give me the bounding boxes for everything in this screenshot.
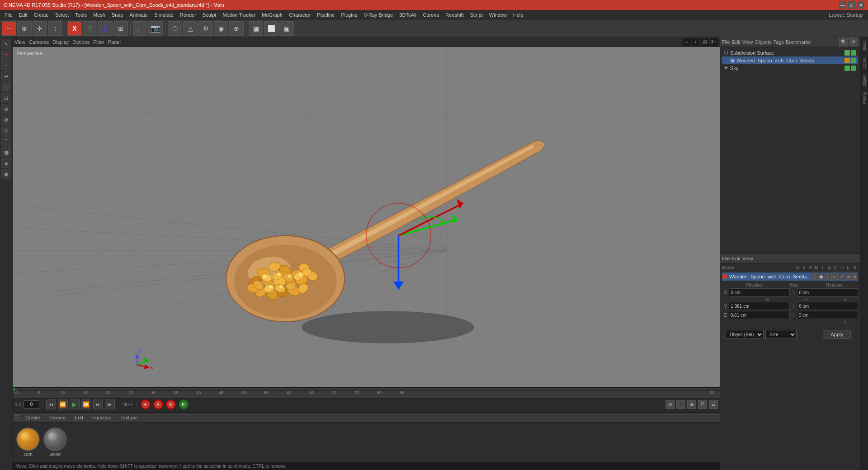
motion-path-btn[interactable]: P	[179, 400, 189, 409]
edge-tab-basic[interactable]: Basic	[861, 38, 868, 53]
vp-menu-display[interactable]: Display	[52, 39, 69, 45]
menu-item-animate[interactable]: Animate	[127, 11, 151, 19]
record-btn[interactable]: ●	[141, 400, 151, 409]
mat-tab-corona[interactable]: Corona	[47, 414, 68, 421]
point-mode-btn[interactable]: ◉	[214, 21, 228, 36]
obj-menu-tags[interactable]: Tags	[774, 39, 784, 45]
prev-frame-btn[interactable]: ⏪	[58, 400, 68, 409]
attr-menu-view[interactable]: View	[742, 256, 753, 261]
menu-item-3dtoall[interactable]: 3DToAll	[396, 11, 419, 19]
rotate-tool[interactable]: ✛	[33, 21, 47, 36]
menu-item-create[interactable]: Create	[31, 11, 52, 19]
polygon-mode-btn[interactable]: △	[183, 21, 198, 36]
scale-tool[interactable]: ↕	[48, 21, 62, 36]
all-axes-btn[interactable]: ⊞	[113, 21, 128, 36]
size-x-input[interactable]	[797, 288, 858, 296]
attr-menu-file[interactable]: File	[722, 256, 730, 261]
sidebar-tool9[interactable]: ◉	[1, 169, 11, 179]
menu-item-mograph[interactable]: MoGraph	[259, 11, 285, 19]
pos-y-input[interactable]	[729, 302, 790, 310]
menu-item-render[interactable]: Render	[177, 11, 199, 19]
menu-item-redshift[interactable]: Redshift	[443, 11, 466, 19]
next-frame-btn[interactable]: ⏩	[81, 400, 91, 409]
obj-menu-edit[interactable]: Edit	[732, 39, 741, 45]
menu-item-window[interactable]: Window	[486, 11, 509, 19]
menu-item-corona[interactable]: Corona	[420, 11, 442, 19]
menu-item-v-ray-bridge[interactable]: V-Ray Bridge	[361, 11, 396, 19]
prev-keyframe-btn[interactable]: ⏮	[46, 400, 56, 409]
obj-menu-view[interactable]: View	[742, 39, 753, 45]
vp-menu-panel[interactable]: Panel	[108, 39, 121, 45]
vp-menu-cameras[interactable]: Cameras	[29, 39, 49, 45]
mat-tab-function[interactable]: Function	[90, 414, 114, 421]
play-btn[interactable]: ▶	[70, 400, 80, 409]
menu-item-tools[interactable]: Tools	[72, 11, 90, 19]
menu-item-sculpt[interactable]: Sculpt	[200, 11, 219, 19]
auto-key-btn[interactable]: A	[153, 400, 163, 409]
menu-item-pipeline[interactable]: Pipeline	[314, 11, 337, 19]
tl-icon1[interactable]: ⊞	[665, 400, 675, 409]
frame-input[interactable]	[24, 400, 39, 409]
edge-tab-object[interactable]: Object	[861, 72, 868, 89]
tree-item-subdivision[interactable]: ⬡ Subdivision Surface	[722, 49, 858, 56]
show-grid-btn[interactable]: ▦	[249, 21, 263, 36]
viewport-shading-btn[interactable]: ⬜	[264, 21, 278, 36]
menu-item-script[interactable]: Script	[467, 11, 486, 19]
obj-menu-file[interactable]: File	[722, 39, 730, 45]
sidebar-move[interactable]: ✛	[1, 50, 11, 60]
material-wood-sphere[interactable]	[43, 428, 67, 451]
tl-icon2[interactable]: ⬛	[676, 400, 685, 409]
render-btn[interactable]: 📷	[148, 21, 163, 36]
end-btn[interactable]: ⏭	[105, 400, 115, 409]
menu-item-file[interactable]: File	[2, 11, 15, 19]
tl-icon3[interactable]: ◉	[687, 400, 696, 409]
vp-camera-btn[interactable]: 🎥	[701, 38, 709, 46]
mat-tab-texture[interactable]: Texture	[118, 414, 139, 421]
material-wood[interactable]: wood	[43, 428, 67, 457]
attr-icon7[interactable]: ⊗	[852, 273, 858, 280]
vp-fit-btn[interactable]: ↔	[683, 38, 691, 46]
apply-button[interactable]: Apply	[823, 330, 851, 339]
vp-menu-view[interactable]: View	[14, 39, 25, 45]
menu-item-motion-tracker[interactable]: Motion Tracker	[220, 11, 258, 19]
sidebar-tool3[interactable]: ⊕	[1, 104, 11, 114]
select-tool[interactable]: ⊕	[17, 21, 32, 36]
sidebar-select[interactable]: ↖	[1, 39, 11, 49]
obj-menu-objects[interactable]: Objects	[755, 39, 771, 45]
menu-item-plugins[interactable]: Plugins	[338, 11, 360, 19]
minimize-button[interactable]: —	[839, 1, 846, 9]
sidebar-scale[interactable]: ↔	[1, 61, 11, 70]
mat-tab-edit[interactable]: Edit	[72, 414, 86, 421]
menu-item-character[interactable]: Character	[286, 11, 313, 19]
edge-tab-coord[interactable]: Coord.	[861, 54, 868, 71]
next-keyframe-btn[interactable]: ⏭	[93, 400, 103, 409]
mat-tab-create[interactable]: Create	[23, 414, 43, 421]
vp-menu-filter[interactable]: Filter	[93, 39, 104, 45]
object-mode-btn[interactable]: ⬡	[168, 21, 182, 36]
tree-item-wooden-spoon[interactable]: ▣ Wooden_Spoon_with_Corn_Seeds	[722, 56, 858, 64]
obj-search-icon[interactable]: 🔍	[839, 38, 848, 47]
material-corn[interactable]: corn	[16, 428, 40, 457]
sidebar-tool7[interactable]: ▦	[1, 147, 11, 157]
pos-x-input[interactable]	[729, 288, 790, 296]
arrow-y-pos[interactable]: ⇕	[792, 304, 795, 309]
menu-item-select[interactable]: Select	[52, 11, 72, 19]
y-axis-btn[interactable]: Y	[83, 21, 97, 36]
arrow-x-pos[interactable]: ⇕	[792, 290, 795, 295]
sidebar-tool1[interactable]: ⬛	[1, 82, 11, 92]
attr-icon6[interactable]: ⊕	[845, 273, 851, 280]
sidebar-tool5[interactable]: S	[1, 126, 11, 136]
sidebar-tool4[interactable]: ⊘	[1, 115, 11, 125]
key-all-btn[interactable]: K	[166, 400, 176, 409]
pos-z-input[interactable]	[729, 311, 790, 319]
tl-icon5[interactable]: ☰	[709, 400, 718, 409]
sidebar-tool8[interactable]: ◈	[1, 158, 11, 168]
title-bar-controls[interactable]: — □ ✕	[839, 1, 864, 9]
attr-icon2[interactable]: ⬢	[818, 273, 824, 280]
attr-icon5[interactable]: ↗	[838, 273, 844, 280]
edge-tab-phong[interactable]: Phong	[861, 89, 868, 107]
close-button[interactable]: ✕	[857, 1, 864, 9]
obj-menu-bookmarks[interactable]: Bookmarks	[786, 39, 811, 45]
attr-icon4[interactable]: ≡	[831, 273, 838, 280]
vp-maximize-btn[interactable]: ↕	[692, 38, 700, 46]
